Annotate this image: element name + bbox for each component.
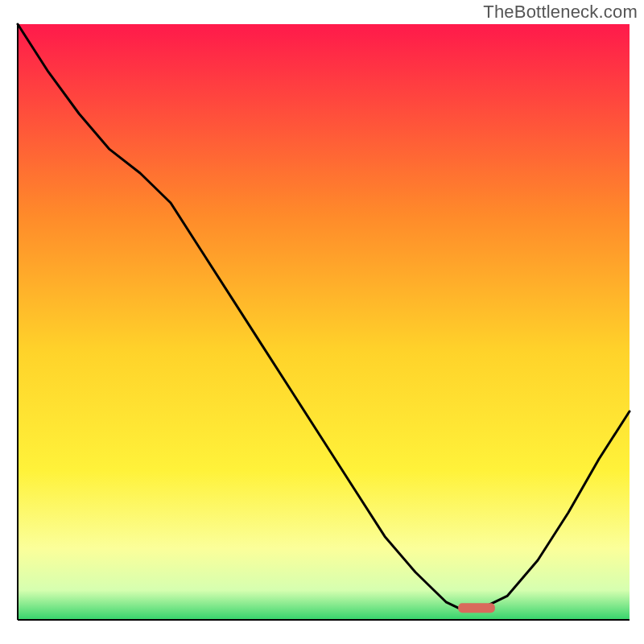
min-marker (458, 603, 495, 613)
bottleneck-chart: TheBottleneck.com (0, 0, 644, 644)
plot-area (18, 24, 630, 620)
chart-svg (0, 0, 644, 644)
gradient-background (18, 24, 630, 620)
